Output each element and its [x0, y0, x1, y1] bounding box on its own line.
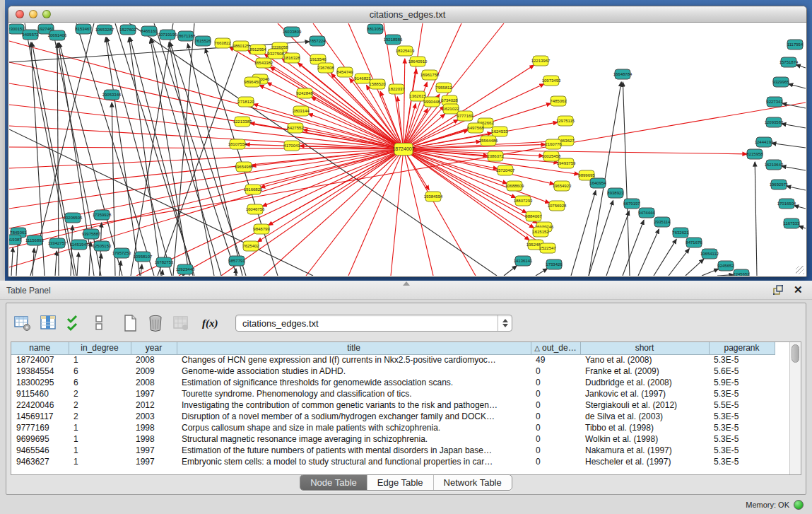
- table-cell[interactable]: Yano et al. (2008): [580, 354, 709, 366]
- table-cell[interactable]: Hescheler et al. (1997): [580, 456, 709, 467]
- table-cell[interactable]: 1997: [131, 388, 177, 399]
- table-row[interactable]: 946554611997Estimation of the future num…: [11, 445, 775, 456]
- table-settings-icon[interactable]: [12, 313, 33, 334]
- memory-ok-icon[interactable]: [794, 500, 804, 510]
- table-row[interactable]: 977716911998Corpus callosum shape and si…: [11, 422, 775, 433]
- tab-node-table[interactable]: Node Table: [300, 475, 367, 490]
- table-cell[interactable]: 1998: [131, 422, 177, 433]
- table-row[interactable]: 2242004622012Investigating the contribut…: [11, 399, 775, 411]
- table-cell[interactable]: Structural magnetic resonance image aver…: [177, 433, 531, 445]
- table-row[interactable]: 1456911722003Disruption of a novel membe…: [11, 411, 775, 422]
- table-cell[interactable]: 0: [531, 388, 580, 399]
- table-row[interactable]: 969969511998Structural magnetic resonanc…: [11, 433, 775, 445]
- table-cell[interactable]: 1998: [131, 433, 177, 445]
- table-cell[interactable]: 5.9E-5: [709, 377, 775, 388]
- table-cell[interactable]: 14569117: [11, 411, 69, 422]
- table-row[interactable]: 1938455462009Genome-wide association stu…: [11, 366, 775, 377]
- tab-edge-table[interactable]: Edge Table: [367, 475, 434, 490]
- table-cell[interactable]: 1: [69, 445, 131, 456]
- table-cell[interactable]: 1: [69, 456, 131, 467]
- table-cell[interactable]: 0: [531, 399, 580, 411]
- close-panel-icon[interactable]: ✕: [794, 284, 805, 296]
- table-cell[interactable]: 1997: [131, 456, 177, 467]
- table-cell[interactable]: 2003: [131, 411, 177, 422]
- tab-network-table[interactable]: Network Table: [434, 475, 512, 490]
- column-header-year[interactable]: year: [131, 342, 177, 354]
- table-row[interactable]: 946362711997Embryonic stem cells: a mode…: [11, 456, 775, 467]
- table-cell[interactable]: Embryonic stem cells: a model to study s…: [177, 456, 531, 467]
- table-cell[interactable]: 49: [531, 354, 580, 366]
- network-canvas[interactable]: 1872400722260589327508165433821816328191…: [9, 23, 806, 276]
- table-row[interactable]: 911546021997Tourette syndrome. Phenomeno…: [11, 388, 775, 399]
- table-cell[interactable]: 5.3E-5: [709, 388, 775, 399]
- table-cell[interactable]: 9699695: [11, 433, 69, 445]
- table-cell[interactable]: 5.3E-5: [709, 433, 775, 445]
- table-cell[interactable]: Dudbridge et al. (2008): [580, 377, 709, 388]
- table-cell[interactable]: Corpus callosum shape and size in male p…: [177, 422, 531, 433]
- vertical-scrollbar[interactable]: [789, 342, 801, 474]
- table-cell[interactable]: 1: [69, 354, 131, 366]
- table-cell[interactable]: 5.3E-5: [709, 445, 775, 456]
- table-cell[interactable]: 2: [69, 388, 131, 399]
- table-cell[interactable]: Wolkin et al. (1998): [580, 433, 709, 445]
- table-cell[interactable]: 5.3E-5: [709, 354, 775, 366]
- table-cell[interactable]: 5.3E-5: [709, 456, 775, 467]
- column-visibility-icon[interactable]: [37, 313, 59, 334]
- table-cell[interactable]: Franke et al. (2009): [580, 366, 709, 377]
- table-cell[interactable]: Tourette syndrome. Phenomenology and cla…: [177, 388, 531, 399]
- table-cell[interactable]: 5.5E-5: [709, 399, 775, 411]
- column-header-in_degree[interactable]: in_degree: [69, 342, 131, 354]
- table-cell[interactable]: 2009: [131, 366, 177, 377]
- table-cell[interactable]: Changes of HCN gene expression and I(f) …: [177, 354, 531, 366]
- table-cell[interactable]: 2: [69, 399, 131, 411]
- scrollbar-thumb[interactable]: [792, 344, 799, 363]
- unselect-all-icon[interactable]: [88, 313, 110, 334]
- table-cell[interactable]: 22420046: [11, 399, 69, 411]
- table-cell[interactable]: 2: [69, 411, 131, 422]
- table-cell[interactable]: Investigating the contribution of common…: [177, 399, 531, 411]
- new-document-icon[interactable]: [119, 313, 141, 334]
- table-cell[interactable]: 9777169: [11, 422, 69, 433]
- table-cell[interactable]: 0: [531, 366, 580, 377]
- table-cell[interactable]: 1: [69, 422, 131, 433]
- table-cell[interactable]: 19384554: [11, 366, 69, 377]
- table-row[interactable]: 1872400712008Changes of HCN gene express…: [11, 354, 775, 366]
- table-row[interactable]: 1830029562008Estimation of significance …: [11, 377, 775, 388]
- table-cell[interactable]: Nakamura et al. (1997): [580, 445, 709, 456]
- table-cell[interactable]: 0: [531, 433, 580, 445]
- function-builder-icon[interactable]: f(x): [200, 313, 221, 334]
- table-cell[interactable]: 1997: [131, 445, 177, 456]
- column-header-title[interactable]: title: [177, 342, 531, 354]
- table-cell[interactable]: 9463627: [11, 456, 69, 467]
- table-cell[interactable]: de Silva et al. (2003): [580, 411, 709, 422]
- table-cell[interactable]: 9115460: [11, 388, 69, 399]
- table-cell[interactable]: 18300295: [11, 377, 69, 388]
- column-header-name[interactable]: name: [11, 342, 69, 354]
- table-cell[interactable]: 5.6E-5: [709, 366, 775, 377]
- column-header-pagerank[interactable]: pagerank: [709, 342, 775, 354]
- network-window-titlebar[interactable]: citations_edges.txt: [8, 6, 806, 23]
- table-cell[interactable]: 0: [531, 377, 580, 388]
- table-cell[interactable]: Genome-wide association studies in ADHD.: [177, 366, 531, 377]
- splitter-handle-icon[interactable]: [403, 281, 410, 286]
- table-cell[interactable]: 5.3E-5: [709, 411, 775, 422]
- table-cell[interactable]: Estimation of the future numbers of pati…: [177, 445, 531, 456]
- window-resize-grip[interactable]: [796, 266, 804, 274]
- table-select-dropdown[interactable]: citations_edges.txt: [235, 315, 512, 332]
- table-cell[interactable]: 0: [531, 445, 580, 456]
- table-cell[interactable]: 5.3E-5: [709, 422, 775, 433]
- table-cell[interactable]: Jankovic et al. (1997): [580, 388, 709, 399]
- column-header-out_de[interactable]: △out_de…: [531, 342, 580, 354]
- table-cell[interactable]: 0: [531, 456, 580, 467]
- table-cell[interactable]: 1: [69, 433, 131, 445]
- table-cell[interactable]: 2012: [131, 399, 177, 411]
- node-table[interactable]: namein_degreeyeartitle△out_de…shortpager…: [11, 342, 789, 474]
- table-cell[interactable]: Stergiakouli et al. (2012): [580, 399, 709, 411]
- table-cell[interactable]: 0: [531, 422, 580, 433]
- table-cell[interactable]: 6: [69, 366, 131, 377]
- table-cell[interactable]: 2008: [131, 377, 177, 388]
- table-cell[interactable]: 18724007: [11, 354, 69, 366]
- select-all-icon[interactable]: [63, 313, 84, 334]
- table-cell[interactable]: Disruption of a novel member of a sodium…: [177, 411, 531, 422]
- table-cell[interactable]: Tibbo et al. (1998): [580, 422, 709, 433]
